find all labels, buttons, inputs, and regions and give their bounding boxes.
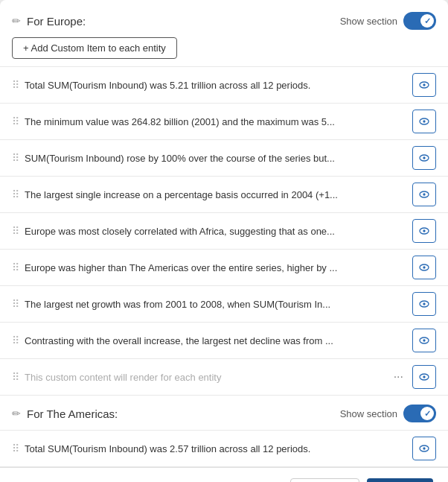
drag-handle-icon[interactable]: ⠿ — [12, 188, 19, 200]
section-europe-title-area: ✏ For Europe: — [12, 15, 86, 28]
section-americas-header: ✏ For The Americas: Show section ✓ — [12, 405, 436, 422]
show-section-americas-area: Show section ✓ — [340, 405, 436, 422]
table-row: ⠿Contrasting with the overall increase, … — [0, 322, 448, 358]
save-button[interactable]: Save — [367, 478, 433, 482]
item-menu-dots[interactable]: ··· — [391, 370, 406, 384]
drag-handle-icon[interactable]: ⠿ — [12, 261, 19, 273]
cancel-button[interactable]: Cancel — [290, 478, 360, 482]
europe-item-list: ⠿Total SUM(Tourism Inbound) was 5.21 tri… — [0, 66, 448, 396]
svg-point-1 — [423, 83, 425, 86]
show-section-europe-toggle[interactable]: ✓ — [403, 12, 436, 30]
table-row: ⠿Total SUM(Tourism Inbound) was 5.21 tri… — [0, 66, 448, 103]
item-text: The largest single increase on a percent… — [25, 189, 406, 200]
svg-point-19 — [423, 447, 425, 449]
section-americas-title: For The Americas: — [27, 408, 118, 420]
item-text: The minimum value was 264.82 billion (20… — [25, 116, 406, 127]
drag-handle-icon[interactable]: ⠿ — [12, 115, 19, 127]
item-text: Europe was higher than The Americas over… — [25, 262, 406, 273]
table-row: ⠿SUM(Tourism Inbound) rose by 100% over … — [0, 139, 448, 176]
drag-handle-icon[interactable]: ⠿ — [12, 225, 19, 237]
modal-body: ✏ For Europe: Show section ✓ + Add Custo… — [0, 0, 448, 467]
show-section-europe-area: Show section ✓ — [340, 12, 436, 30]
table-row: ⠿··· — [0, 358, 448, 396]
item-text: Total SUM(Tourism Inbound) was 2.57 tril… — [25, 443, 406, 454]
section-americas: ✏ For The Americas: Show section ✓ — [0, 396, 448, 422]
show-section-americas-label: Show section — [340, 408, 397, 419]
americas-toggle-check-icon: ✓ — [424, 409, 431, 419]
visibility-toggle-button[interactable] — [412, 437, 436, 460]
toggle-check-icon: ✓ — [424, 16, 431, 26]
svg-point-11 — [423, 266, 425, 268]
visibility-toggle-button[interactable] — [412, 329, 436, 352]
svg-point-17 — [423, 375, 425, 378]
modal-footer: Cancel Save — [0, 467, 448, 482]
visibility-toggle-button[interactable] — [412, 292, 436, 316]
drag-handle-icon[interactable]: ⠿ — [12, 152, 19, 164]
modal-container: ✏ For Europe: Show section ✓ + Add Custo… — [0, 0, 448, 482]
visibility-toggle-button[interactable] — [412, 183, 436, 206]
svg-point-5 — [423, 156, 425, 159]
drag-handle-icon[interactable]: ⠿ — [12, 79, 19, 91]
americas-toggle-thumb: ✓ — [420, 407, 434, 420]
toggle-thumb: ✓ — [420, 14, 434, 28]
table-row: ⠿The largest net growth was from 2001 to… — [0, 285, 448, 322]
section-europe-header: ✏ For Europe: Show section ✓ — [12, 12, 436, 30]
svg-point-3 — [423, 120, 425, 122]
table-row: ⠿The minimum value was 264.82 billion (2… — [0, 103, 448, 139]
svg-point-7 — [423, 193, 425, 195]
table-row: ⠿Europe was most closely correlated with… — [0, 212, 448, 249]
add-custom-item-button[interactable]: + Add Custom Item to each entity — [12, 37, 177, 59]
svg-point-13 — [423, 302, 425, 305]
visibility-toggle-button[interactable] — [412, 73, 436, 97]
show-section-europe-label: Show section — [340, 16, 397, 27]
drag-handle-icon[interactable]: ⠿ — [12, 298, 19, 310]
custom-content-input[interactable] — [25, 372, 385, 383]
svg-point-9 — [423, 229, 425, 232]
drag-handle-icon[interactable]: ⠿ — [12, 371, 19, 383]
edit-icon[interactable]: ✏ — [12, 15, 21, 27]
edit-icon-americas[interactable]: ✏ — [12, 408, 21, 419]
section-europe: ✏ For Europe: Show section ✓ + Add Custo… — [0, 12, 448, 59]
item-text: Contrasting with the overall increase, t… — [25, 335, 406, 346]
show-section-americas-toggle[interactable]: ✓ — [403, 405, 436, 422]
table-row: ⠿Total SUM(Tourism Inbound) was 2.57 tri… — [0, 430, 448, 467]
item-text: The largest net growth was from 2001 to … — [25, 299, 406, 310]
section-americas-title-area: ✏ For The Americas: — [12, 408, 118, 420]
table-row: ⠿Europe was higher than The Americas ove… — [0, 249, 448, 285]
section-europe-title: For Europe: — [27, 15, 86, 28]
americas-item-list: ⠿Total SUM(Tourism Inbound) was 2.57 tri… — [0, 430, 448, 467]
visibility-toggle-button[interactable] — [412, 256, 436, 279]
visibility-toggle-button[interactable] — [412, 219, 436, 243]
item-text: SUM(Tourism Inbound) rose by 100% over t… — [25, 153, 406, 164]
visibility-toggle-button[interactable] — [412, 110, 436, 133]
svg-point-15 — [423, 339, 425, 341]
item-text: Total SUM(Tourism Inbound) was 5.21 tril… — [25, 80, 406, 91]
table-row: ⠿The largest single increase on a percen… — [0, 176, 448, 212]
item-text: Europe was most closely correlated with … — [25, 226, 406, 237]
drag-handle-icon[interactable]: ⠿ — [12, 334, 19, 346]
visibility-toggle-button[interactable] — [412, 365, 436, 389]
visibility-toggle-button[interactable] — [412, 146, 436, 170]
drag-handle-icon[interactable]: ⠿ — [12, 443, 19, 454]
